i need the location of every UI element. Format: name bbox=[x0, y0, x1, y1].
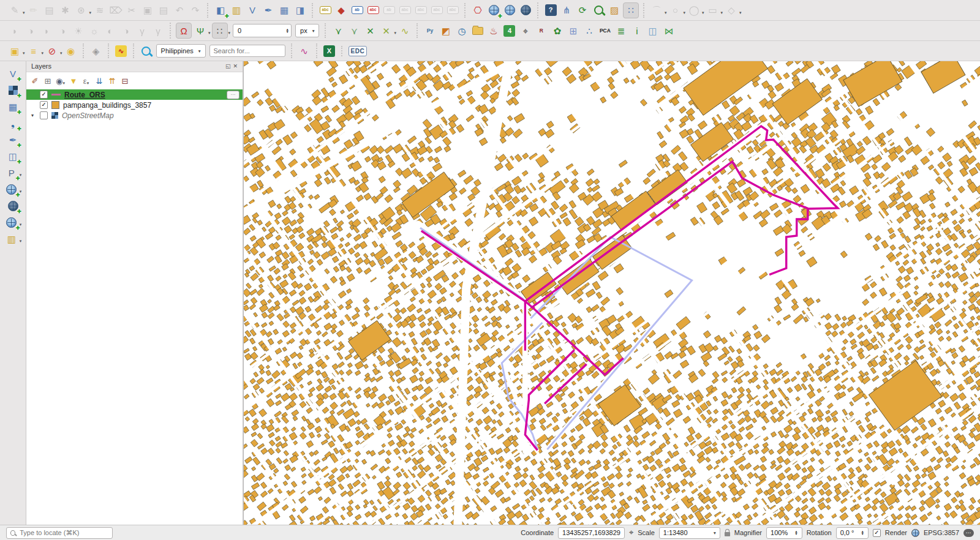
tracing-icon[interactable]: ⋎ bbox=[331, 23, 345, 38]
chevron-down-icon[interactable]: ▾ bbox=[208, 31, 211, 36]
geocode-search-input[interactable] bbox=[209, 45, 285, 57]
stepper-arrows-icon[interactable]: ▲▼ bbox=[861, 530, 864, 536]
nominatim-locator-icon[interactable] bbox=[139, 43, 154, 58]
network-analysis-icon[interactable]: ⋔ bbox=[559, 3, 574, 18]
messages-icon[interactable]: ⋯ bbox=[963, 529, 974, 537]
edc-button[interactable]: EDC bbox=[349, 46, 368, 56]
layer-search-globe-icon[interactable] bbox=[502, 3, 517, 18]
quickosm-icon[interactable]: ▨ bbox=[607, 3, 622, 18]
profile-stack-icon[interactable]: ≣ bbox=[614, 23, 628, 38]
qgis4-icon[interactable]: 4 bbox=[502, 23, 517, 38]
bowtie-icon[interactable]: ⋈ bbox=[662, 23, 676, 38]
close-panel-icon[interactable]: ✕ bbox=[233, 63, 238, 69]
split-view-icon[interactable]: ◫ bbox=[646, 23, 660, 38]
expander-icon[interactable]: ▾ bbox=[29, 113, 36, 118]
mesh-calculator-icon[interactable]: ⊞ bbox=[566, 23, 581, 38]
map-canvas[interactable] bbox=[243, 60, 980, 525]
remove-layer-icon[interactable]: ⊟ bbox=[119, 75, 131, 87]
chevron-down-icon[interactable]: ▾ bbox=[89, 10, 92, 15]
new-virtual-layer-icon[interactable]: ▦ bbox=[277, 3, 292, 18]
new-scratch-layer-icon[interactable]: ◨ bbox=[293, 3, 307, 18]
add-delimited-text-icon[interactable]: ❟✚ bbox=[6, 116, 20, 130]
grass-icon[interactable]: ✿ bbox=[550, 23, 565, 38]
chevron-down-icon[interactable]: ▾ bbox=[739, 10, 742, 15]
layer-labeling-icon[interactable]: abc bbox=[318, 3, 333, 18]
epsg-label[interactable]: EPSG:3857 bbox=[924, 529, 959, 536]
zoom-to-selection-icon[interactable] bbox=[591, 3, 606, 18]
vertex-highlight-icon[interactable]: ∷ bbox=[623, 2, 639, 18]
deselect-features-icon[interactable]: ⊘ bbox=[45, 43, 59, 58]
help-icon[interactable]: ? bbox=[543, 3, 558, 18]
chevron-down-icon[interactable]: ▾ bbox=[42, 51, 44, 56]
open-data-source-icon[interactable]: ▥ bbox=[229, 3, 244, 18]
snap-units-combo[interactable]: px▾ bbox=[295, 24, 319, 37]
layer-checkbox[interactable]: ✓ bbox=[40, 101, 48, 109]
chevron-down-icon[interactable]: ▾ bbox=[20, 239, 22, 244]
chevron-down-icon[interactable]: ▾ bbox=[394, 31, 396, 36]
layer-row-OpenStreetMap[interactable]: ▾OpenStreetMap bbox=[26, 110, 243, 121]
lock-icon[interactable] bbox=[725, 532, 730, 536]
float-panel-icon[interactable]: ◱ bbox=[225, 63, 231, 69]
snap-tolerance-spin[interactable]: 0▲▼ bbox=[233, 24, 292, 37]
r-processing-icon[interactable]: R bbox=[534, 23, 549, 38]
chevron-down-icon[interactable]: ▾ bbox=[702, 10, 704, 15]
chevron-down-icon[interactable]: ▾ bbox=[23, 51, 25, 56]
coordinate-input[interactable]: 13435257,1693829 bbox=[558, 527, 625, 539]
chevron-down-icon[interactable]: ▾ bbox=[60, 51, 62, 56]
filter-expression-icon[interactable]: ε▾ bbox=[80, 75, 92, 87]
chevron-down-icon[interactable]: ▾ bbox=[228, 31, 231, 36]
certificate-shield-icon[interactable]: ◈ bbox=[89, 43, 104, 58]
select-by-form-icon[interactable]: ≡ bbox=[26, 43, 41, 58]
layer-row-Route_ORS[interactable]: ✓Route_ORS··· bbox=[26, 89, 243, 100]
snapping-magnet-icon[interactable]: Ω bbox=[176, 23, 192, 39]
rotation-spinner[interactable]: 0,0 °▲▼ bbox=[836, 527, 869, 539]
new-geopackage-icon[interactable]: ✒ bbox=[261, 3, 276, 18]
pca-icon[interactable]: PCA bbox=[598, 23, 612, 38]
add-postgis-layer-icon[interactable]: P✚ bbox=[4, 165, 19, 180]
processing-toolbox-icon[interactable]: ◩ bbox=[439, 23, 453, 38]
country-combo[interactable]: Philippines▾ bbox=[156, 44, 206, 58]
add-spatialite-layer-icon[interactable]: ✚ bbox=[4, 182, 19, 197]
ors-tools-icon[interactable]: ∿ bbox=[114, 43, 129, 58]
offset-tracing-icon[interactable]: ⋎ bbox=[347, 23, 361, 38]
refresh-attributes-icon[interactable]: ⟳ bbox=[575, 3, 590, 18]
project-folder-icon[interactable] bbox=[470, 23, 485, 38]
temporal-controller-icon[interactable]: ◷ bbox=[454, 23, 469, 38]
stepper-arrows-icon[interactable]: ▲▼ bbox=[794, 530, 797, 536]
spreadsheet-icon[interactable]: X bbox=[322, 43, 337, 58]
edit-widget-icon[interactable]: ··· bbox=[227, 91, 239, 99]
add-raster-layer-icon[interactable]: ✚ bbox=[6, 83, 20, 97]
python-console-icon[interactable]: Py bbox=[423, 23, 437, 38]
cad-construction-icon[interactable]: ✕ bbox=[363, 23, 377, 38]
add-gpx-icon[interactable]: ✒✚ bbox=[6, 132, 20, 147]
open-styling-panel-icon[interactable]: ✐ bbox=[29, 75, 41, 87]
add-vector-layer-icon[interactable]: V✚ bbox=[6, 66, 20, 81]
snap-intersection-icon[interactable]: Ψ bbox=[193, 23, 208, 38]
snap-advanced-icon[interactable]: ∷ bbox=[212, 23, 228, 39]
extent-toggle-icon[interactable]: ⌖ bbox=[629, 528, 633, 538]
chevron-down-icon[interactable]: ▾ bbox=[23, 10, 25, 15]
render-checkbox[interactable]: ✓ bbox=[873, 529, 881, 537]
chevron-down-icon[interactable]: ▾ bbox=[721, 10, 723, 15]
select-features-icon[interactable]: ▣ bbox=[7, 43, 22, 58]
whats-this-icon[interactable]: i bbox=[630, 23, 644, 38]
layer-checkbox[interactable]: ✓ bbox=[40, 91, 48, 99]
scale-combo[interactable]: 1:13480▾ bbox=[659, 527, 720, 539]
chevron-down-icon[interactable]: ▾ bbox=[684, 10, 686, 15]
add-group-icon[interactable]: ⊞ bbox=[42, 75, 54, 87]
collapse-all-icon[interactable]: ⇈ bbox=[106, 75, 118, 87]
browser-datasource-icon[interactable]: ▥ bbox=[4, 231, 19, 246]
saga-icon[interactable]: ♨ bbox=[486, 23, 501, 38]
magnifier-spinner[interactable]: 100%▲▼ bbox=[766, 527, 802, 539]
filter-legend-icon[interactable]: ▼ bbox=[67, 75, 80, 87]
add-wms-layer-icon[interactable]: ✚ bbox=[6, 198, 20, 213]
highlight-labels-icon[interactable]: abc bbox=[366, 3, 380, 18]
new-shapefile-icon[interactable]: V bbox=[245, 3, 260, 18]
model-designer-icon[interactable]: ∴ bbox=[582, 23, 597, 38]
manage-themes-icon[interactable]: ◉▾ bbox=[55, 75, 67, 87]
metasearch-icon[interactable]: ✚ bbox=[486, 3, 501, 18]
select-by-location-icon[interactable]: ◉ bbox=[64, 43, 78, 58]
locate-input[interactable] bbox=[18, 528, 108, 537]
geometry-checker-icon[interactable]: ⎔ bbox=[470, 3, 485, 18]
add-virtual-layer-icon[interactable]: ◫✚ bbox=[6, 149, 20, 163]
